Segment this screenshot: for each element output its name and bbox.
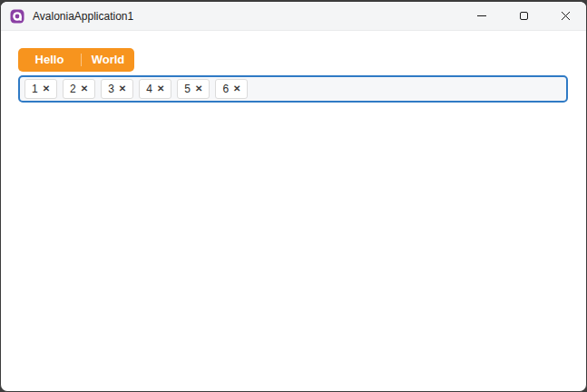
tag-chip[interactable]: 4 ✕ — [139, 79, 171, 99]
tag-chip-label: 2 — [70, 83, 76, 95]
tag-chip-label: 5 — [184, 83, 191, 95]
tag-chip-label: 6 — [222, 83, 229, 95]
tag-chip[interactable]: 3 ✕ — [101, 79, 133, 99]
app-window: AvaloniaApplication1 Hello World 1 — [0, 0, 587, 392]
titlebar-drag-area[interactable] — [133, 2, 461, 30]
close-icon — [561, 11, 571, 21]
tag-chip-label: 3 — [108, 83, 114, 95]
minimize-button[interactable] — [461, 2, 503, 30]
tag-remove-icon[interactable]: ✕ — [157, 84, 164, 93]
tag-chip[interactable]: 1 ✕ — [24, 79, 57, 99]
tag-chip[interactable]: 2 ✕ — [63, 79, 95, 99]
window-title: AvaloniaApplication1 — [33, 10, 133, 23]
tag-remove-icon[interactable]: ✕ — [119, 84, 126, 93]
tag-remove-icon[interactable]: ✕ — [43, 84, 50, 93]
hello-button[interactable]: Hello — [18, 48, 81, 72]
tag-chip-label: 1 — [32, 83, 38, 95]
minimize-icon — [477, 15, 486, 16]
main-content: Hello World 1 ✕ 2 ✕ 3 ✕ 4 ✕ 5 ✕ — [1, 31, 586, 103]
tag-remove-icon[interactable]: ✕ — [195, 84, 202, 93]
tag-remove-icon[interactable]: ✕ — [233, 84, 240, 93]
tag-remove-icon[interactable]: ✕ — [81, 84, 88, 93]
hello-world-button-group: Hello World — [18, 48, 134, 72]
tag-chip-label: 4 — [146, 83, 152, 95]
maximize-icon — [520, 12, 528, 20]
world-button[interactable]: World — [82, 48, 134, 72]
tag-chip[interactable]: 6 ✕ — [215, 79, 248, 99]
maximize-button[interactable] — [503, 2, 544, 30]
close-button[interactable] — [544, 2, 586, 30]
tag-chip[interactable]: 5 ✕ — [177, 79, 210, 99]
tag-input-box[interactable]: 1 ✕ 2 ✕ 3 ✕ 4 ✕ 5 ✕ 6 ✕ — [18, 75, 568, 103]
caption-buttons — [461, 2, 586, 30]
titlebar[interactable]: AvaloniaApplication1 — [1, 2, 586, 31]
avalonia-logo-icon — [10, 9, 24, 24]
